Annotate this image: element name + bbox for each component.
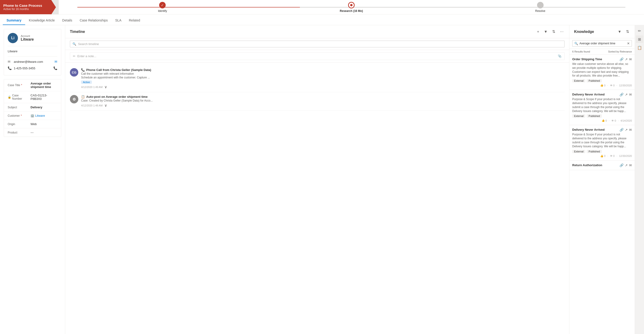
timeline-actions: + ▼ ⇅ ⋯ <box>536 29 564 35</box>
timeline-search-container: 🔍 <box>65 38 569 50</box>
account-card: Li Account Litware Litware ✉ andrewr@lit… <box>4 29 61 75</box>
timeline-item-subtitle1-2: Case: Created by Christa Geller (Sample … <box>81 99 564 102</box>
knowledge-email-icon-3[interactable]: ✉ <box>629 128 632 132</box>
timeline-item-date-1: 4/12/2020 1:49 AM <box>81 86 102 88</box>
knowledge-filter-button[interactable]: ▼ <box>617 29 622 35</box>
account-avatar: Li <box>8 33 18 43</box>
account-email-field: ✉ andrewr@litware.com ✉ <box>8 58 57 65</box>
knowledge-link-icon-2[interactable]: 🔗 <box>620 93 624 96</box>
account-name[interactable]: Litware <box>21 37 34 42</box>
process-subtitle: Active for 16 months <box>3 8 48 11</box>
subject-label: Subject <box>8 106 29 109</box>
auto-post-icon: 📋 <box>81 95 85 98</box>
step-identify[interactable]: ✓ Identify <box>68 2 257 13</box>
knowledge-item-2-actions: 🔗 ↗ ✉ <box>620 93 632 96</box>
knowledge-email-icon-2[interactable]: ✉ <box>629 93 632 96</box>
timeline-item-expand-1[interactable]: ∨ <box>104 85 107 89</box>
knowledge-item-4-title[interactable]: Return Authorization <box>572 163 618 167</box>
timeline-title: Timeline <box>70 30 85 34</box>
timeline-item-expand-2[interactable]: ∨ <box>104 103 107 108</box>
knowledge-item-1-header: Order Shipping Time 🔗 ↗ ✉ <box>572 57 632 61</box>
tool-clipboard-button[interactable]: 📋 <box>636 44 643 51</box>
knowledge-sort-button[interactable]: ⇅ <box>625 29 630 35</box>
account-subname-field: Litware <box>8 48 57 54</box>
knowledge-item-4: Return Authorization 🔗 ↗ ✉ <box>570 160 635 170</box>
knowledge-item-4-actions: 🔗 ↗ ✉ <box>620 163 632 167</box>
origin-value: Web <box>30 122 57 126</box>
timeline-more-button[interactable]: ⋯ <box>559 29 564 35</box>
case-number-label: 🔒 Case Number <box>8 94 29 100</box>
tab-knowledge-article[interactable]: Knowledge Article <box>25 16 58 25</box>
knowledge-share-icon-4[interactable]: ↗ <box>625 163 628 167</box>
case-title-value[interactable]: Average order shipment time <box>30 82 57 89</box>
phone-action-icon[interactable]: 📞 <box>53 66 57 70</box>
knowledge-search-box: 🔍 ✕ <box>572 40 632 47</box>
knowledge-item-3-date: 12/30/2020 <box>619 154 632 157</box>
knowledge-item-1-tags: External Published <box>572 79 632 82</box>
knowledge-link-icon-3[interactable]: 🔗 <box>620 128 624 132</box>
knowledge-items-list: Order Shipping Time 🔗 ↗ ✉ We value custo… <box>570 55 635 334</box>
timeline-item-subtitle1-1: Call the customer with relevant informat… <box>81 72 564 75</box>
knowledge-share-icon-3[interactable]: ↗ <box>625 128 628 132</box>
tab-case-relationships[interactable]: Case Relationships <box>76 16 112 25</box>
knowledge-tag-published-2: Published <box>587 114 602 118</box>
timeline-filter-button[interactable]: ▼ <box>543 29 548 35</box>
customer-icon: 🏢 <box>30 114 34 117</box>
tab-related[interactable]: Related <box>125 16 144 25</box>
subject-value[interactable]: Delivery <box>30 105 57 109</box>
timeline-item-badge-1: Active <box>81 81 92 84</box>
knowledge-email-icon-1[interactable]: ✉ <box>629 57 632 61</box>
process-bar: Phone to Case Process Active for 16 mont… <box>0 0 644 15</box>
knowledge-email-icon-4[interactable]: ✉ <box>629 163 632 167</box>
knowledge-search-input[interactable] <box>580 42 626 45</box>
attach-icon[interactable]: 📎 <box>558 54 562 58</box>
tab-summary[interactable]: Summary <box>3 16 25 25</box>
timeline-search-input[interactable] <box>78 42 562 46</box>
knowledge-item-2-footer: 👍 0 · 👁 0 · 4/14/2020 <box>572 119 632 122</box>
knowledge-item-1-title[interactable]: Order Shipping Time <box>572 57 618 61</box>
knowledge-item-2-views: 👁 0 <box>612 119 616 122</box>
knowledge-link-icon-1[interactable]: 🔗 <box>620 57 624 61</box>
customer-value[interactable]: 🏢 Litware <box>30 114 57 117</box>
tab-sla[interactable]: SLA <box>112 16 125 25</box>
timeline-header: Timeline + ▼ ⇅ ⋯ <box>65 25 569 38</box>
timeline-item-date-2: 4/12/2020 1:48 AM <box>81 104 102 107</box>
knowledge-item-3-views: 👁 0 <box>610 154 615 157</box>
left-panel: Li Account Litware Litware ✉ andrewr@lit… <box>0 25 65 334</box>
knowledge-item-3-tags: External Published <box>572 150 632 153</box>
knowledge-search-icon: 🔍 <box>574 42 578 45</box>
knowledge-item-2-date: 4/14/2020 <box>620 119 632 122</box>
customer-link-text[interactable]: Litware <box>35 114 45 117</box>
knowledge-link-icon-4[interactable]: 🔗 <box>620 163 624 167</box>
step-research-circle <box>348 2 354 9</box>
product-label: Product <box>8 131 29 134</box>
email-action-icon[interactable]: ✉ <box>54 60 57 64</box>
knowledge-tag-published-1: Published <box>587 79 602 82</box>
tab-details[interactable]: Details <box>58 16 76 25</box>
far-right-tools: ✏ ⊞ 📋 <box>635 25 644 334</box>
timeline-add-button[interactable]: + <box>536 29 540 35</box>
knowledge-results-meta: 6 Results found Sorted by Relevance <box>570 49 635 55</box>
tool-grid-button[interactable]: ⊞ <box>636 36 643 43</box>
timeline-item-title-1: 📞 Phone Call from Christa Geller (Sample… <box>81 68 564 72</box>
timeline-item-meta-2: 4/12/2020 1:48 AM ∨ <box>81 103 564 108</box>
timeline-item-title-2: 📋 Auto-post on Average order shipment ti… <box>81 95 564 98</box>
case-field-product: Product --- <box>4 128 61 136</box>
case-field-subject: Subject Delivery <box>4 103 61 112</box>
knowledge-search-clear-button[interactable]: ✕ <box>627 42 630 45</box>
step-resolve[interactable]: Resolve <box>446 2 635 13</box>
knowledge-item-1-actions: 🔗 ↗ ✉ <box>620 57 632 61</box>
tool-edit-button[interactable]: ✏ <box>636 27 643 35</box>
knowledge-share-icon-1[interactable]: ↗ <box>625 57 628 61</box>
process-header: Phone to Case Process Active for 16 mont… <box>0 0 51 14</box>
knowledge-item-3-title[interactable]: Delivery Never Arrived <box>572 128 618 131</box>
note-input-box[interactable]: ✏ Enter a note... 📎 <box>70 52 564 60</box>
knowledge-item-2-title[interactable]: Delivery Never Arrived <box>572 93 618 96</box>
step-research[interactable]: Research (16 Mo) <box>257 2 446 13</box>
knowledge-title: Knowledge <box>574 30 594 34</box>
tab-bar: Summary Knowledge Article Details Case R… <box>0 15 644 25</box>
knowledge-share-icon-2[interactable]: ↗ <box>625 93 628 96</box>
process-title: Phone to Case Process <box>3 4 48 8</box>
timeline-sort-button[interactable]: ⇅ <box>551 29 556 35</box>
step-resolve-label: Resolve <box>535 9 545 13</box>
